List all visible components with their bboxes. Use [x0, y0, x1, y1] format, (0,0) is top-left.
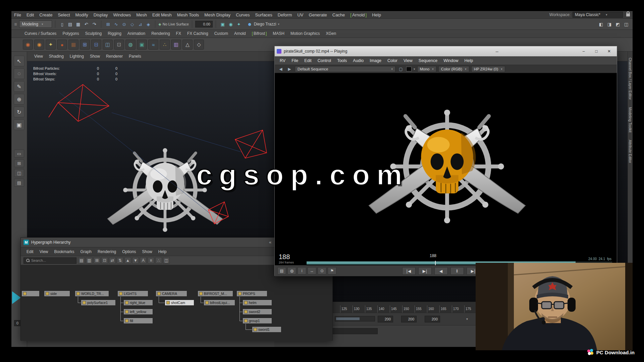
- menu-item[interactable]: Arnold: [347, 11, 369, 19]
- expand-node-icon[interactable]: ▼: [132, 257, 139, 264]
- undo-icon[interactable]: ↶: [83, 20, 90, 28]
- collapse-node-icon[interactable]: ▲: [124, 257, 131, 264]
- move-tool-icon[interactable]: ⊕: [14, 94, 24, 105]
- info-icon[interactable]: i: [298, 267, 306, 275]
- shelf-tab[interactable]: Polygons: [59, 30, 82, 38]
- make-live-icon[interactable]: ◈: [145, 20, 152, 28]
- four-view-layout-icon[interactable]: ⊞: [14, 159, 24, 167]
- snap-grid-icon[interactable]: ⊞: [104, 20, 112, 28]
- hypergraph-node[interactable]: side: [44, 291, 70, 297]
- mark-icon[interactable]: ⚑: [328, 267, 336, 275]
- menu-item[interactable]: Bookmarks: [51, 247, 77, 256]
- hypergraph-node[interactable]: sword1: [252, 326, 281, 333]
- background-color-swatch[interactable]: [406, 67, 412, 71]
- snap-plane-icon[interactable]: ◇: [128, 20, 136, 28]
- shelf-tab[interactable]: FX: [173, 30, 184, 38]
- menu-item[interactable]: RV: [277, 56, 288, 65]
- shelf-tab[interactable]: XGen: [323, 30, 339, 38]
- panel-menu-item[interactable]: View: [31, 52, 46, 61]
- redo-icon[interactable]: ↷: [91, 20, 98, 28]
- shelf-tab[interactable]: Curves / Surfaces: [21, 30, 59, 38]
- panel-menu-item[interactable]: Panels: [126, 52, 144, 61]
- hypergraph-node[interactable]: BIFROST_M...: [198, 291, 233, 297]
- menu-item[interactable]: Mesh: [133, 11, 150, 19]
- hypergraph-node[interactable]: helm: [243, 300, 272, 306]
- menu-item[interactable]: Help: [462, 56, 476, 65]
- scale-tool-icon[interactable]: ▣: [14, 119, 24, 130]
- search-box[interactable]: [23, 257, 76, 264]
- menu-item[interactable]: Mesh Tools: [174, 11, 202, 19]
- lasso-tool-icon[interactable]: ◌: [14, 68, 24, 79]
- shelf-tab[interactable]: MASH: [270, 30, 287, 38]
- shelf-fluid-icon[interactable]: ≈: [148, 40, 158, 50]
- hypergraph-node[interactable]: WORLD_TR...: [75, 291, 109, 297]
- shelf-tab[interactable]: Rendering: [148, 30, 173, 38]
- menu-item[interactable]: UV: [294, 11, 306, 19]
- menu-item[interactable]: Select: [55, 11, 72, 19]
- hypergraph-node[interactable]: bifrostLiqui...: [204, 300, 235, 306]
- lock-icon[interactable]: [626, 13, 630, 16]
- menu-item[interactable]: Graph: [77, 247, 95, 256]
- single-view-layout-icon[interactable]: ▭: [14, 149, 24, 158]
- audio-mode-select[interactable]: Mono ▾: [417, 66, 436, 72]
- hypergraph-node[interactable]: shotCam: [165, 300, 194, 306]
- menu-item[interactable]: Tools: [334, 56, 350, 65]
- menu-item[interactable]: View: [37, 247, 51, 256]
- select-tool-icon[interactable]: ↖: [14, 56, 24, 66]
- shelf-arnold-render-icon[interactable]: ◉: [23, 40, 33, 50]
- menu-item[interactable]: Edit: [301, 56, 315, 65]
- menu-item[interactable]: Edit Mesh: [150, 11, 174, 19]
- input-field[interactable]: 0.00: [195, 21, 213, 27]
- new-scene-icon[interactable]: ▯: [58, 20, 66, 28]
- display-profile-select[interactable]: HP ZR24w (0) ▾: [471, 66, 505, 72]
- live-surface-indicator[interactable]: ◈ No Live Surface: [158, 22, 189, 26]
- snap-axis-icon[interactable]: ⊿: [137, 20, 144, 28]
- menu-item[interactable]: Control: [315, 56, 334, 65]
- menu-item[interactable]: Audio: [350, 56, 367, 65]
- fullscreen-icon[interactable]: ↔: [308, 267, 316, 275]
- shelf-sphere-icon[interactable]: ●: [57, 40, 67, 50]
- shelf-cache-icon[interactable]: ▥: [171, 40, 181, 50]
- menu-item[interactable]: Edit: [23, 247, 37, 256]
- connections-icon[interactable]: ∴: [155, 257, 162, 264]
- orient-vertical-icon[interactable]: ⇅: [117, 257, 123, 264]
- rotate-tool-icon[interactable]: ↻: [14, 107, 24, 117]
- user-account-chip[interactable]: ☻ Diego Trazzi ▾: [247, 21, 279, 27]
- shelf-tab[interactable]: Sculpting: [82, 30, 105, 38]
- playback-range-slider[interactable]: [335, 316, 375, 321]
- layout-freeform-icon[interactable]: ▤: [78, 257, 85, 264]
- hypergraph-node[interactable]: polySurface1: [81, 300, 116, 306]
- menu-item[interactable]: Image: [367, 56, 384, 65]
- shelf-tab[interactable]: Rigging: [105, 30, 124, 38]
- shelf-graph-icon[interactable]: ◍: [125, 40, 136, 50]
- menu-item[interactable]: Help: [155, 247, 170, 256]
- hypergraph-node[interactable]: sword2: [243, 309, 272, 315]
- search-input[interactable]: [31, 258, 71, 262]
- hypergraph-node[interactable]: fill: [123, 318, 153, 324]
- text-display-icon[interactable]: A: [140, 257, 147, 264]
- snap-curve-icon[interactable]: ∿: [112, 20, 120, 28]
- statusline-grip-icon[interactable]: ≣: [14, 22, 17, 26]
- bookmark-icon[interactable]: ≡: [148, 257, 154, 264]
- shelf-tab[interactable]: Custom: [211, 30, 231, 38]
- session-icon[interactable]: ▤: [277, 267, 286, 275]
- menu-item[interactable]: Deform: [275, 11, 295, 19]
- shelf-sim-icon[interactable]: △: [182, 40, 193, 50]
- save-scene-icon[interactable]: ▦: [74, 20, 82, 28]
- shelf-tab[interactable]: FX Caching: [184, 30, 211, 38]
- step-back-button[interactable]: |◀: [402, 267, 416, 275]
- menu-item[interactable]: File: [288, 56, 301, 65]
- sidebar-tab[interactable]: Channel Box / Layer Editor: [628, 58, 632, 100]
- previous-source-icon[interactable]: ◀: [277, 67, 284, 71]
- panel-menu-item[interactable]: Renderer: [103, 52, 126, 61]
- three-pane-layout-icon[interactable]: ◩: [614, 20, 622, 28]
- rv-titlebar[interactable]: pirateSkull_comp 02.mp4 -- Playing ↔ –□✕: [275, 46, 617, 56]
- playhead-marker[interactable]: [435, 261, 436, 265]
- menu-item[interactable]: Display: [91, 11, 111, 19]
- network-icon[interactable]: ◍: [287, 267, 296, 275]
- frame-selection-icon[interactable]: ⊡: [101, 257, 108, 264]
- menu-item[interactable]: Window: [440, 56, 461, 65]
- menu-item[interactable]: Color: [384, 56, 400, 65]
- hypershade-layout-icon[interactable]: ▤: [14, 179, 24, 187]
- graph-layout-icon[interactable]: ◫: [163, 257, 170, 264]
